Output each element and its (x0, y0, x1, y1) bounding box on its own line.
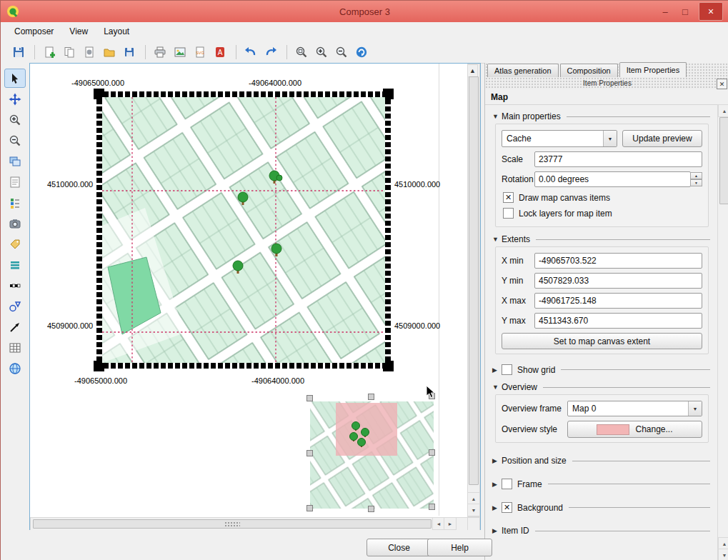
zoom-full-button[interactable] (292, 43, 311, 61)
close-window-button[interactable]: × (699, 2, 723, 21)
close-button[interactable]: Close (367, 539, 432, 556)
zoom-in-button[interactable] (312, 43, 331, 61)
minimize-button[interactable]: – (655, 4, 675, 19)
tab-composition[interactable]: Composition (560, 64, 618, 77)
scroll-up-button[interactable]: ▲ (467, 64, 478, 77)
add-legend-tool[interactable] (4, 193, 26, 212)
help-button[interactable]: Help (427, 539, 492, 556)
print-button[interactable] (151, 43, 169, 61)
lock-layers-checkbox[interactable] (503, 208, 514, 219)
resize-handle[interactable] (429, 449, 435, 456)
main-properties-header[interactable]: Main properties (492, 111, 710, 121)
extents-header[interactable]: Extents (492, 234, 710, 244)
undo-button[interactable] (241, 43, 260, 61)
tab-item-properties[interactable]: Item Properties (619, 62, 687, 77)
overview-frame-combo[interactable]: Map 0 (567, 401, 702, 416)
overview-header[interactable]: Overview (492, 382, 710, 392)
duplicate-composition-button[interactable] (60, 43, 79, 61)
canvas-vscrollbar[interactable]: ▲ ▲ ▼ (467, 64, 480, 517)
background-checkbox[interactable] (502, 502, 512, 513)
add-attribute-table-tool[interactable] (4, 338, 26, 357)
collapse-arrow-icon[interactable] (492, 527, 502, 534)
resize-handle[interactable] (306, 450, 313, 456)
zoom-out-tool[interactable] (4, 131, 26, 150)
zoom-out-button[interactable] (332, 43, 351, 61)
tab-atlas-generation[interactable]: Atlas generation (487, 64, 559, 77)
ymax-input[interactable] (534, 313, 702, 329)
preview-mode-combo[interactable]: Cache (502, 130, 617, 147)
save-project-button[interactable] (9, 43, 28, 61)
overview-style-change-button[interactable]: Change... (567, 421, 702, 438)
ymin-input[interactable] (534, 273, 702, 289)
select-move-item-tool[interactable] (4, 69, 26, 88)
set-to-map-canvas-extent-button[interactable]: Set to map canvas extent (502, 333, 702, 349)
scroll-down-button[interactable]: ▼ (718, 549, 728, 560)
redo-button[interactable] (261, 43, 280, 61)
load-from-template-button[interactable] (100, 43, 119, 61)
frame-checkbox[interactable] (502, 479, 512, 489)
menu-layout[interactable]: Layout (96, 24, 137, 39)
collapse-arrow-icon[interactable] (492, 481, 502, 488)
hscroll-thumb[interactable] (33, 519, 432, 529)
scale-input[interactable] (534, 151, 702, 167)
show-grid-checkbox[interactable] (502, 364, 512, 375)
menu-composer[interactable]: Composer (6, 24, 61, 39)
composer-canvas[interactable]: -49065000.000 -49064000.000 -49065000.00… (29, 63, 481, 531)
rotation-spinner[interactable] (690, 172, 702, 186)
refresh-view-button[interactable] (352, 43, 371, 61)
add-table-list-tool[interactable] (4, 255, 26, 274)
add-basic-shape-tool[interactable] (4, 296, 26, 316)
rotation-input[interactable] (534, 171, 691, 187)
collapse-arrow-icon[interactable] (492, 504, 502, 511)
position-and-size-header[interactable]: Position and size (492, 456, 710, 466)
move-item-content-tool[interactable] (4, 89, 26, 109)
dock-titlebar[interactable]: Item Properties ✕ (485, 77, 728, 90)
save-as-template-button[interactable] (120, 43, 139, 61)
export-as-pdf-button[interactable]: A (211, 43, 229, 61)
resize-handle[interactable] (429, 504, 435, 510)
export-as-image-button[interactable] (171, 43, 189, 61)
xmin-input[interactable] (534, 253, 702, 269)
maximize-button[interactable]: □ (675, 4, 695, 19)
add-new-label-tool[interactable] (4, 172, 26, 191)
collapse-arrow-icon[interactable] (492, 384, 502, 391)
collapse-arrow-icon[interactable] (492, 457, 502, 464)
resize-handle[interactable] (429, 393, 435, 399)
add-new-map-tool[interactable] (4, 151, 26, 171)
spin-up-icon[interactable] (690, 172, 702, 179)
map-item[interactable] (96, 91, 391, 369)
add-arrow-tool[interactable] (4, 317, 26, 336)
panel-scroll-thumb[interactable] (719, 117, 728, 204)
scroll-down-button[interactable]: ▼ (467, 504, 480, 516)
composition-manager-button[interactable] (80, 43, 99, 61)
resize-handle[interactable] (368, 394, 374, 400)
spin-down-icon[interactable] (690, 179, 702, 186)
add-html-frame-tool[interactable] (4, 359, 26, 378)
canvas-hscrollbar[interactable]: ◄ ► (30, 517, 469, 531)
item-id-header[interactable]: Item ID (492, 526, 710, 536)
collapse-arrow-icon[interactable] (492, 366, 502, 374)
overview-map-item[interactable] (310, 401, 434, 509)
add-image-tool[interactable] (4, 214, 26, 233)
draw-map-canvas-items-checkbox[interactable] (503, 192, 514, 203)
vscroll-thumb[interactable] (469, 76, 479, 485)
xmax-input[interactable] (534, 293, 702, 309)
new-composition-button[interactable] (40, 43, 59, 61)
resize-handle[interactable] (368, 506, 374, 512)
add-label-tag-tool[interactable] (4, 234, 26, 254)
menu-view[interactable]: View (61, 24, 96, 39)
add-scalebar-tool[interactable] (4, 276, 26, 295)
collapse-arrow-icon[interactable] (492, 236, 502, 243)
scroll-right-button[interactable]: ► (444, 517, 457, 530)
frame-header[interactable]: Frame (492, 479, 710, 489)
panel-scrollbar[interactable]: ▲ ▲ ▼ (717, 104, 728, 560)
scroll-up-button[interactable]: ▲ (718, 104, 728, 117)
export-as-svg-button[interactable]: SVG (191, 43, 209, 61)
zoom-in-tool[interactable] (4, 110, 26, 129)
show-grid-header[interactable]: Show grid (492, 364, 710, 375)
resize-handle[interactable] (306, 505, 313, 511)
titlebar[interactable]: Composer 3 – □ × (1, 1, 728, 22)
background-header[interactable]: Background (492, 502, 710, 513)
dock-close-icon[interactable]: ✕ (717, 79, 727, 89)
update-preview-button[interactable]: Update preview (622, 130, 702, 147)
